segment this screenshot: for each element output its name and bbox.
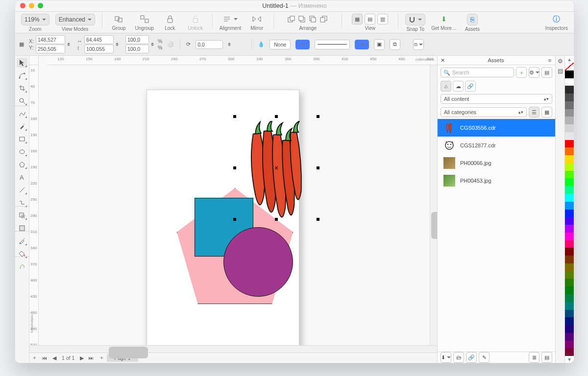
color-swatch[interactable] xyxy=(565,132,574,140)
asset-item[interactable]: CGS12877.cdr xyxy=(438,137,555,154)
selection-handle-n[interactable] xyxy=(275,115,278,118)
wh-stepper[interactable] xyxy=(116,40,121,49)
selection-handle-sw[interactable] xyxy=(233,218,236,221)
color-swatch[interactable] xyxy=(565,186,574,194)
alignment-button[interactable]: Alignment xyxy=(220,14,241,31)
panel-layout-button[interactable]: ▤ xyxy=(541,67,552,78)
view-rulers-icon[interactable]: ▥ xyxy=(377,14,388,24)
outline-dropdown[interactable] xyxy=(355,40,369,49)
color-swatch[interactable] xyxy=(565,302,574,310)
assets-search-input[interactable]: 🔍 Search xyxy=(441,68,514,77)
zoom-dropdown[interactable]: 119% Zoom xyxy=(21,14,49,32)
horizontal-scrollbar[interactable] xyxy=(29,345,437,352)
transparency-tool[interactable] xyxy=(17,223,27,233)
color-swatch[interactable] xyxy=(565,202,574,210)
maximize-icon[interactable] xyxy=(38,3,43,8)
add-page-after-button[interactable]: ＋ xyxy=(97,354,107,361)
selection-handle-w[interactable] xyxy=(233,166,236,169)
category-filter-dropdown[interactable]: All categories ▴▾ xyxy=(441,107,527,117)
selection-handle-e[interactable] xyxy=(317,166,319,169)
selection-bounding-box[interactable]: × xyxy=(235,117,318,219)
link-button[interactable]: 🔗 xyxy=(466,352,477,363)
properties-inspector-tab[interactable]: ⚙ xyxy=(558,58,563,65)
vertical-scrollbar[interactable] xyxy=(430,65,437,345)
panel-options-button[interactable]: ≡ xyxy=(544,57,555,63)
color-swatch[interactable] xyxy=(565,248,574,256)
freehand-tool[interactable] xyxy=(17,109,27,118)
scrollbar-thumb[interactable] xyxy=(431,212,437,239)
order-front-icon[interactable] xyxy=(288,16,295,23)
content-filter-dropdown[interactable]: All content ▴▾ xyxy=(441,94,552,104)
inspectors-button[interactable]: ⓘ Inspectors xyxy=(545,14,568,31)
mirror-button[interactable]: Mirror xyxy=(247,14,267,31)
zoom-value[interactable]: 119% xyxy=(21,14,49,25)
lock-ratio-toggle[interactable]: ⚪ xyxy=(167,41,174,47)
color-swatch[interactable] xyxy=(565,317,574,325)
color-swatch[interactable] xyxy=(565,233,574,240)
delete-button[interactable]: ✎ xyxy=(479,352,490,363)
color-swatch[interactable] xyxy=(565,341,574,349)
color-swatch[interactable] xyxy=(565,286,574,294)
group-button[interactable]: Group xyxy=(109,14,129,31)
color-swatch[interactable] xyxy=(565,78,574,86)
ellipse-shape[interactable] xyxy=(223,227,293,297)
scrollbar-thumb[interactable] xyxy=(109,347,148,358)
fill-type-label[interactable]: None xyxy=(270,40,291,49)
next-page-button[interactable]: ▶ xyxy=(77,355,86,361)
color-swatch[interactable] xyxy=(565,294,574,302)
fill-tool[interactable] xyxy=(17,249,27,258)
color-swatch[interactable] xyxy=(565,271,574,279)
wrap-text-icon[interactable]: ▣ xyxy=(374,39,385,50)
outline-style-dropdown[interactable] xyxy=(315,40,350,49)
smear-tool[interactable] xyxy=(17,261,27,271)
rotation-field[interactable]: 0,0 xyxy=(196,40,223,49)
ruler-origin[interactable] xyxy=(29,56,39,65)
first-page-button[interactable]: ⏮ xyxy=(40,355,50,361)
color-swatch[interactable] xyxy=(565,348,574,356)
window-titlebar[interactable]: Untitled-1 — Изменено xyxy=(15,0,574,12)
view-grid-icon[interactable]: ▦ xyxy=(352,14,363,24)
unlock-button[interactable]: Unlock xyxy=(186,14,205,31)
asset-item[interactable]: CGS03556.cdr xyxy=(438,119,555,137)
color-swatch[interactable] xyxy=(565,178,574,186)
selection-handle-nw[interactable] xyxy=(233,115,236,118)
palette-down-button[interactable]: ▾ xyxy=(565,356,574,363)
view-modes-value[interactable]: Enhanced xyxy=(55,14,95,25)
dimension-tool[interactable] xyxy=(17,185,27,195)
import-button[interactable]: ⬇ xyxy=(441,352,451,363)
selection-handle-s[interactable] xyxy=(275,218,278,221)
width-field[interactable]: 64,445 xyxy=(84,35,114,44)
add-page-button[interactable]: ＋ xyxy=(29,354,40,361)
settings-button[interactable]: ⚙ xyxy=(529,67,539,78)
fill-dropdown[interactable] xyxy=(295,40,310,49)
color-swatch[interactable] xyxy=(565,70,574,78)
selection-handle-se[interactable] xyxy=(317,218,319,221)
asset-item[interactable]: PH00453.jpg xyxy=(438,172,555,189)
selection-handle-ne[interactable] xyxy=(317,115,319,118)
palette-up-button[interactable]: ▴ xyxy=(565,56,574,63)
ruler-vertical[interactable]: millimeters 1040701001301601902202502803… xyxy=(29,65,39,345)
xy-stepper[interactable] xyxy=(67,40,72,49)
open-folder-button[interactable]: 🗁 xyxy=(453,352,464,363)
local-tab[interactable]: ⌂ xyxy=(441,81,451,92)
color-swatch[interactable] xyxy=(565,94,574,101)
scale-stepper[interactable] xyxy=(151,40,156,49)
polygon-tool[interactable] xyxy=(17,160,27,169)
drawing-viewport[interactable]: × xyxy=(39,65,437,345)
order-backward-icon[interactable] xyxy=(309,16,317,23)
ellipse-tool[interactable] xyxy=(17,147,27,157)
color-swatch[interactable] xyxy=(565,225,574,233)
rectangle-tool[interactable] xyxy=(17,134,27,144)
prev-page-button[interactable]: ◀ xyxy=(50,355,59,361)
minimize-icon[interactable] xyxy=(29,3,34,8)
combine-icon[interactable]: ⧉ xyxy=(390,39,400,50)
rot-stepper[interactable] xyxy=(228,40,233,49)
snap-to-button[interactable]: Snap To xyxy=(405,14,425,32)
color-swatch[interactable] xyxy=(565,333,574,341)
get-more-button[interactable]: ⬇ Get More… xyxy=(431,14,457,31)
color-swatch[interactable] xyxy=(565,194,574,202)
view-modes-dropdown[interactable]: Enhanced View Modes xyxy=(55,14,95,32)
shape-tool[interactable] xyxy=(17,70,27,80)
asset-tree-view-icon[interactable]: ▤ xyxy=(541,352,552,363)
color-swatch[interactable] xyxy=(565,140,574,148)
